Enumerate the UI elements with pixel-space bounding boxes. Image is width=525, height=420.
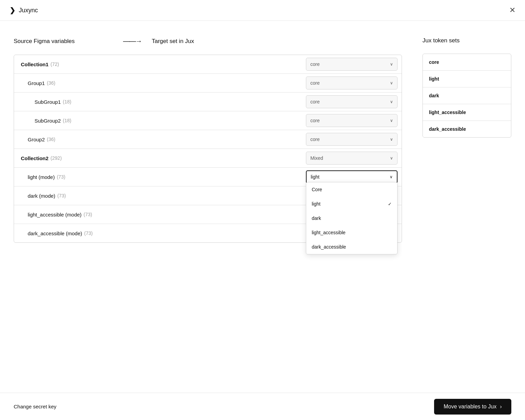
dropdown-subgroup1[interactable]: core ∨ xyxy=(306,95,398,108)
row-source: Collection1 (72) xyxy=(14,61,306,67)
row-count: (18) xyxy=(63,99,71,104)
source-name: dark (mode) xyxy=(21,193,55,199)
option-label: Core xyxy=(312,187,322,192)
dropdown-value: core xyxy=(310,118,320,123)
source-name: SubGroup1 xyxy=(21,99,61,105)
close-icon[interactable]: ✕ xyxy=(509,6,515,14)
row-count: (36) xyxy=(47,80,55,86)
columns-header: Source Figma variables ——→ Target set in… xyxy=(14,37,402,45)
move-variables-button[interactable]: Move variables to Jux › xyxy=(434,399,511,415)
source-name: Group1 xyxy=(21,80,45,86)
row-count: (72) xyxy=(51,61,59,67)
dropdown-option-light[interactable]: light ✓ xyxy=(306,197,397,211)
dropdown-group2[interactable]: core ∨ xyxy=(306,133,398,146)
chevron-icon: ❯ xyxy=(10,6,15,14)
source-name: Group2 xyxy=(21,137,45,142)
option-label: light xyxy=(312,201,321,207)
dropdown-value: core xyxy=(310,137,320,142)
table-row: Group2 (36) core ∨ xyxy=(14,130,402,149)
chevron-down-icon: ∨ xyxy=(390,118,393,123)
dropdown-value: core xyxy=(310,61,320,67)
dropdown-light-mode[interactable]: light ∨ xyxy=(306,170,398,183)
target-label: Target set in Jux xyxy=(152,38,194,45)
source-name: Collection2 xyxy=(21,155,49,161)
row-source: light (mode) (73) xyxy=(14,174,306,180)
dropdown-group1[interactable]: core ∨ xyxy=(306,76,398,89)
row-source: Group2 (36) xyxy=(14,137,306,142)
row-source: dark (mode) (73) xyxy=(14,193,306,199)
row-source: light_accessible (mode) (73) xyxy=(14,212,306,218)
option-label: light_accessible xyxy=(312,230,346,235)
row-source: dark_accessible (mode) (73) xyxy=(14,230,306,236)
main-content: Source Figma variables ——→ Target set in… xyxy=(0,21,525,243)
row-count: (73) xyxy=(57,174,65,180)
dropdown-collection2[interactable]: Mixed ∨ xyxy=(306,152,398,165)
dropdown-value: Mixed xyxy=(310,155,323,161)
dropdown-option-dark-accessible[interactable]: dark_accessible xyxy=(306,240,397,254)
token-item-dark: dark xyxy=(423,87,511,104)
row-count: (73) xyxy=(57,193,66,198)
dropdown-option-light-accessible[interactable]: light_accessible xyxy=(306,225,397,240)
option-label: dark_accessible xyxy=(312,244,346,250)
table-row: SubGroup1 (18) core ∨ xyxy=(14,93,402,111)
header-left: ❯ Juxync xyxy=(10,6,38,14)
table-row: Collection1 (72) core ∨ xyxy=(14,55,402,74)
source-name: SubGroup2 xyxy=(21,118,61,124)
change-secret-link[interactable]: Change secret key xyxy=(14,404,56,409)
option-label: dark xyxy=(312,215,321,221)
check-icon: ✓ xyxy=(388,201,392,207)
source-name: light_accessible (mode) xyxy=(21,212,82,218)
chevron-down-icon: ∨ xyxy=(390,81,393,85)
table-row: SubGroup2 (18) core ∨ xyxy=(14,111,402,130)
token-item-light-accessible: light_accessible xyxy=(423,104,511,121)
dropdown-value: core xyxy=(310,99,320,104)
token-sets-title: Jux token sets xyxy=(422,37,511,44)
row-target: core ∨ xyxy=(306,74,402,92)
chevron-down-icon: ∨ xyxy=(390,137,393,142)
row-source: Collection2 (292) xyxy=(14,155,306,161)
row-target: core ∨ xyxy=(306,111,402,130)
footer: Change secret key Move variables to Jux … xyxy=(0,393,525,420)
chevron-down-icon: ∨ xyxy=(390,156,393,160)
chevron-down-icon: ∨ xyxy=(390,174,393,179)
dropdown-option-core[interactable]: Core xyxy=(306,182,397,197)
row-target: core ∨ xyxy=(306,93,402,111)
row-target: core ∨ xyxy=(306,55,402,73)
dropdown-collection1[interactable]: core ∨ xyxy=(306,58,398,71)
dropdown-value: light xyxy=(311,174,320,180)
row-count: (73) xyxy=(84,212,92,217)
dropdown-subgroup2[interactable]: core ∨ xyxy=(306,114,398,127)
source-name: dark_accessible (mode) xyxy=(21,230,82,236)
row-target: core ∨ xyxy=(306,130,402,149)
token-item-dark-accessible: dark_accessible xyxy=(423,121,511,137)
chevron-down-icon: ∨ xyxy=(390,99,393,104)
row-target: Mixed ∨ xyxy=(306,149,402,167)
row-count: (36) xyxy=(47,137,55,142)
dropdown-option-dark[interactable]: dark xyxy=(306,211,397,225)
dropdown-menu: Core light ✓ dark light_accessible xyxy=(306,182,398,254)
arrow-icon: ——→ xyxy=(123,37,142,45)
table-row: Collection2 (292) Mixed ∨ xyxy=(14,149,402,168)
row-source: Group1 (36) xyxy=(14,80,306,86)
dropdown-value: core xyxy=(310,80,320,86)
move-button-chevron-icon: › xyxy=(500,404,502,410)
move-button-label: Move variables to Jux xyxy=(444,404,497,410)
token-list: core light dark light_accessible dark_ac… xyxy=(422,54,511,138)
token-item-core: core xyxy=(423,54,511,71)
chevron-down-icon: ∨ xyxy=(390,62,393,67)
right-panel: Jux token sets core light dark light_acc… xyxy=(422,37,511,243)
source-label: Source Figma variables xyxy=(14,38,123,45)
header: ❯ Juxync ✕ xyxy=(0,0,525,21)
row-count: (292) xyxy=(51,155,62,161)
mapping-table: Collection1 (72) core ∨ Group1 (36) xyxy=(14,55,402,243)
source-name: light (mode) xyxy=(21,174,55,180)
source-name: Collection1 xyxy=(21,61,49,67)
left-panel: Source Figma variables ——→ Target set in… xyxy=(14,37,402,243)
row-source: SubGroup1 (18) xyxy=(14,99,306,105)
app-title: Juxync xyxy=(19,7,38,14)
row-source: SubGroup2 (18) xyxy=(14,118,306,124)
table-row: light (mode) (73) light ∨ Core light xyxy=(14,168,402,186)
token-item-light: light xyxy=(423,71,511,87)
row-count: (73) xyxy=(84,230,93,236)
table-row: Group1 (36) core ∨ xyxy=(14,74,402,93)
